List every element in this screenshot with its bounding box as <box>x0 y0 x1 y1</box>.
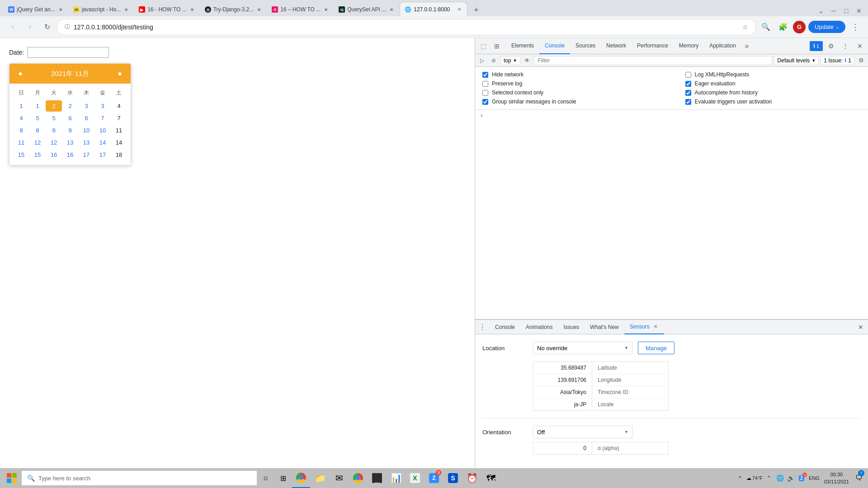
taskbar-app-chrome[interactable] <box>292 468 310 488</box>
issue-badge[interactable]: ℹ 1 <box>810 41 823 51</box>
tray-up-arrow[interactable]: ⌃ <box>764 474 774 483</box>
setting-autocomplete[interactable]: Autocomplete from history <box>685 89 861 96</box>
tray-expand[interactable]: ^ <box>736 474 745 483</box>
tab-7-close[interactable]: ✕ <box>456 6 462 13</box>
eval-triggers-checkbox[interactable] <box>685 99 691 105</box>
cal-cell[interactable]: 7 <box>94 113 111 124</box>
taskbar-app-maps[interactable]: 🗺 <box>482 468 500 488</box>
cal-cell[interactable]: 17 <box>94 149 111 160</box>
console-eye-icon[interactable]: 👁 <box>522 56 532 66</box>
cal-cell[interactable]: 5 <box>29 113 46 124</box>
tab-elements[interactable]: Elements <box>506 38 539 54</box>
tab-2-close[interactable]: ✕ <box>123 6 129 13</box>
new-tab-button[interactable]: + <box>470 4 482 16</box>
setting-preserve-log[interactable]: Preserve log <box>482 80 658 87</box>
inspect-icon[interactable]: ⬚ <box>477 40 490 52</box>
cal-cell[interactable]: 17 <box>78 149 94 160</box>
cal-cell[interactable]: 12 <box>46 137 62 148</box>
tab-bar-minimize[interactable]: ⌄ <box>816 5 826 16</box>
console-play-icon[interactable]: ▷ <box>477 56 487 66</box>
cal-cell[interactable]: 4 <box>13 113 29 124</box>
cal-cell[interactable]: 12 <box>29 137 46 148</box>
tab-3[interactable]: ▶ 16 - HOW TO ... ✕ <box>134 3 199 16</box>
tab-2[interactable]: JS javascript - Ho... ✕ <box>69 3 134 16</box>
nav-forward[interactable]: › <box>23 20 37 34</box>
devtools-close[interactable]: ✕ <box>854 40 866 52</box>
cal-cell[interactable]: 6 <box>62 113 78 124</box>
cal-cell[interactable]: 11 <box>111 125 127 136</box>
date-input[interactable] <box>28 47 109 58</box>
bottom-tab-console[interactable]: Console <box>490 320 520 334</box>
preserve-log-checkbox[interactable] <box>482 81 488 87</box>
cal-cell[interactable]: 16 <box>62 149 78 160</box>
setting-hide-network[interactable]: Hide network <box>482 71 658 78</box>
tab-4[interactable]: ⊕ Try-Django-3.2... ✕ <box>200 3 267 16</box>
notification-button[interactable]: 🗨 7 <box>853 468 865 488</box>
cal-cell[interactable]: 3 <box>94 100 111 112</box>
tab-console[interactable]: Console <box>539 38 570 54</box>
taskbar-app-sourcetree[interactable]: S <box>444 468 462 488</box>
tray-zoom-badge[interactable]: Z 3 <box>797 474 806 483</box>
taskbar-app-clock[interactable]: ⏰ <box>463 468 481 488</box>
tab-4-close[interactable]: ✕ <box>256 6 262 13</box>
tab-7-active[interactable]: 🌐 127.0.0.1:8000 ✕ <box>400 2 467 16</box>
url-bar[interactable]: ⓘ 127.0.0.1:8000/djtest/testing ☆ <box>57 19 756 35</box>
nav-refresh[interactable]: ↻ <box>40 20 54 34</box>
orientation-select[interactable]: Off ▼ <box>533 426 632 438</box>
tab-5[interactable]: A 16 – HOW TO ... ✕ <box>267 3 334 16</box>
taskbar-search[interactable]: 🔍 Type here to search <box>22 471 257 485</box>
setting-selected-context[interactable]: Selected context only <box>482 89 658 96</box>
tab-3-close[interactable]: ✕ <box>189 6 195 13</box>
cal-cell[interactable]: 8 <box>13 125 29 136</box>
cal-cell-today[interactable]: 2 <box>46 100 62 112</box>
cal-cell[interactable]: 15 <box>13 149 29 160</box>
default-levels-select[interactable]: Default levels ▼ <box>774 56 819 65</box>
taskbar-app-excel[interactable]: X <box>406 468 424 488</box>
cal-cell[interactable]: 13 <box>62 137 78 148</box>
bottom-tab-whatsnew[interactable]: What's New <box>585 320 624 334</box>
cal-cell[interactable]: 10 <box>78 125 94 136</box>
setting-group-similar[interactable]: Group similar messages in console <box>482 99 658 105</box>
cal-next[interactable]: ● <box>114 68 125 79</box>
tab-6-close[interactable]: ✕ <box>388 6 395 13</box>
cal-cell[interactable]: 16 <box>46 149 62 160</box>
group-similar-checkbox[interactable] <box>482 99 488 105</box>
tab-application[interactable]: Application <box>704 38 741 54</box>
extensions-icon[interactable]: 🧩 <box>776 20 790 34</box>
taskbar-app-explorer[interactable]: 📁 <box>311 468 329 488</box>
taskbar-app-terminal[interactable]: _ <box>368 468 386 488</box>
cortana-button[interactable]: ○ <box>258 470 274 486</box>
cal-cell[interactable]: 5 <box>46 113 62 124</box>
tray-lang[interactable]: ENG <box>808 475 821 481</box>
bt-menu[interactable]: ⋮ <box>477 322 488 333</box>
cal-cell[interactable]: 15 <box>29 149 46 160</box>
device-icon[interactable]: ⊞ <box>491 40 503 52</box>
devtools-settings[interactable]: ⚙ <box>825 40 837 52</box>
bottom-tab-issues[interactable]: Issues <box>558 320 585 334</box>
taskview-button[interactable]: ⊞ <box>275 470 291 486</box>
bookmark-icon[interactable]: ☆ <box>742 23 748 31</box>
cal-cell[interactable]: 11 <box>13 137 29 148</box>
taskbar-app-ppt[interactable]: 📊 <box>387 468 405 488</box>
tab-1[interactable]: W jQuery Get an... ✕ <box>4 3 68 16</box>
tray-network[interactable]: 🌐 <box>775 474 784 483</box>
chrome-menu[interactable]: ⋮ <box>848 20 863 34</box>
location-select[interactable]: No override ▼ <box>533 342 632 354</box>
tray-temp[interactable]: ☁ 74°F <box>746 475 763 481</box>
cal-prev[interactable]: ● <box>15 68 26 79</box>
window-minimize[interactable]: ─ <box>828 5 839 16</box>
tab-sources[interactable]: Sources <box>570 38 601 54</box>
eager-eval-checkbox[interactable] <box>685 81 691 87</box>
setting-eager-eval[interactable]: Eager evaluation <box>685 80 861 87</box>
hide-network-checkbox[interactable] <box>482 72 488 78</box>
cal-cell[interactable]: 6 <box>78 113 94 124</box>
setting-eval-triggers[interactable]: Evaluate triggers user activation <box>685 99 861 105</box>
update-button[interactable]: Update ⌄ <box>808 21 845 33</box>
cal-cell[interactable]: 14 <box>111 137 127 148</box>
selected-context-checkbox[interactable] <box>482 90 488 96</box>
start-button[interactable] <box>3 469 21 487</box>
cal-cell[interactable]: 1 <box>13 100 29 112</box>
sensors-tab-close[interactable]: ✕ <box>652 324 659 330</box>
cal-cell[interactable]: 3 <box>78 100 94 112</box>
manage-button[interactable]: Manage <box>638 342 675 354</box>
